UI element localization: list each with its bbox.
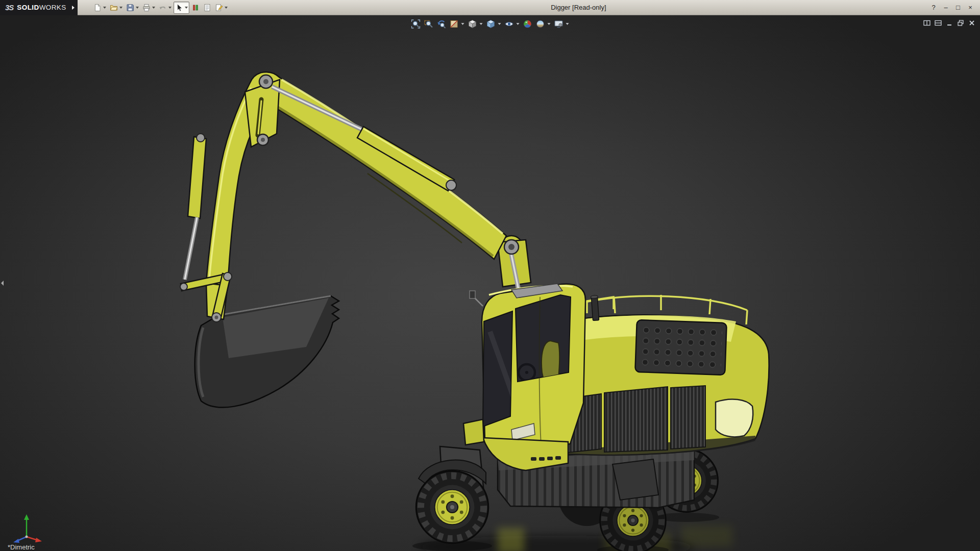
apply-scene-dropdown[interactable] xyxy=(548,23,551,25)
section-view-button[interactable] xyxy=(448,18,466,30)
engine-cover[interactable] xyxy=(635,320,726,375)
mirror xyxy=(470,291,475,298)
section-view-dropdown[interactable] xyxy=(461,23,464,25)
windshield xyxy=(483,311,512,427)
select-button[interactable] xyxy=(174,2,189,14)
print-dropdown[interactable] xyxy=(152,7,155,9)
zoom-to-area-icon xyxy=(424,19,433,29)
split-view-icon xyxy=(923,19,930,27)
panel-collapse-handle[interactable] xyxy=(0,275,5,291)
document-properties-icon xyxy=(203,4,211,12)
sketch-button[interactable] xyxy=(213,2,229,14)
minimize-icon xyxy=(946,19,953,27)
view-orientation-button[interactable] xyxy=(485,18,503,30)
zoom-to-fit-icon xyxy=(411,19,421,29)
solidworks-menu-button[interactable]: 3S SOLIDWORKS xyxy=(0,0,78,15)
save-dropdown[interactable] xyxy=(136,7,139,9)
dassault-logo-icon: 3S xyxy=(5,3,13,12)
boom-assembly[interactable] xyxy=(180,72,531,322)
titlebar: 3S SOLIDWORKS xyxy=(0,0,980,15)
open-button[interactable] xyxy=(108,2,124,14)
select-dropdown[interactable] xyxy=(185,7,188,9)
document-minimize-button[interactable] xyxy=(945,19,953,27)
excavator-model[interactable] xyxy=(0,15,980,551)
hide-show-items-icon xyxy=(505,19,514,29)
graphics-area[interactable]: *Dimetric xyxy=(0,15,980,551)
main-toolbar xyxy=(92,2,229,14)
edit-appearance-icon xyxy=(523,19,532,29)
new-document-button[interactable] xyxy=(92,2,108,14)
select-cursor-icon xyxy=(175,4,183,12)
engine-housing[interactable] xyxy=(564,295,769,456)
minimize-button[interactable]: – xyxy=(940,3,951,13)
undo-dropdown[interactable] xyxy=(168,7,172,9)
display-style-dropdown[interactable] xyxy=(480,23,483,25)
side-grilles xyxy=(564,386,705,453)
view-settings-button[interactable] xyxy=(553,18,571,30)
document-close-button[interactable] xyxy=(967,19,976,27)
bucket-cylinder[interactable] xyxy=(185,134,206,280)
undo-button[interactable] xyxy=(157,2,173,14)
previous-view-icon xyxy=(437,19,446,29)
print-icon xyxy=(142,4,151,12)
xpress-tools-icon xyxy=(191,4,200,12)
document-window-controls xyxy=(922,19,976,27)
document-title: Digger [Read-only] xyxy=(229,4,928,11)
front-bracket[interactable] xyxy=(463,419,484,445)
sketch-dropdown[interactable] xyxy=(225,7,228,9)
close-icon xyxy=(968,19,975,27)
zoom-to-area-button[interactable] xyxy=(423,18,435,30)
display-style-button[interactable] xyxy=(467,18,484,30)
view-settings-icon xyxy=(554,19,564,29)
view-orientation-dropdown[interactable] xyxy=(498,23,501,25)
open-icon xyxy=(110,4,118,12)
rear-panel-window xyxy=(716,399,753,437)
wheel-front-near[interactable] xyxy=(416,471,488,543)
window-controls: ? – □ × xyxy=(928,3,980,13)
document-properties-button[interactable] xyxy=(202,2,213,14)
section-view-icon xyxy=(450,19,459,29)
save-icon xyxy=(126,4,134,12)
tile-view-button[interactable] xyxy=(934,19,942,27)
help-button[interactable]: ? xyxy=(928,3,939,13)
tile-view-icon xyxy=(935,19,942,27)
hide-show-items-button[interactable] xyxy=(503,18,521,30)
edit-appearance-button[interactable] xyxy=(522,18,534,30)
menu-expand-icon xyxy=(72,6,75,10)
print-button[interactable] xyxy=(141,2,157,14)
new-document-icon xyxy=(93,4,102,12)
zoom-to-fit-button[interactable] xyxy=(410,18,422,30)
sketch-icon xyxy=(215,4,223,12)
display-style-icon xyxy=(468,19,477,29)
maximize-button[interactable]: □ xyxy=(952,3,964,13)
view-orientation-label: *Dimetric xyxy=(8,543,35,551)
xpress-tools-button[interactable] xyxy=(190,2,201,14)
orientation-triad xyxy=(6,507,46,544)
undo-icon xyxy=(159,4,167,12)
view-settings-dropdown[interactable] xyxy=(566,23,569,25)
document-restore-button[interactable] xyxy=(956,19,965,27)
apply-scene-button[interactable] xyxy=(534,18,552,30)
brand-name: SOLIDWORKS xyxy=(17,4,66,11)
save-button[interactable] xyxy=(125,2,140,14)
cab[interactable] xyxy=(470,284,585,452)
hide-show-items-dropdown[interactable] xyxy=(517,23,520,25)
new-document-dropdown[interactable] xyxy=(103,7,106,9)
open-dropdown[interactable] xyxy=(119,7,122,9)
stick-cylinder[interactable] xyxy=(272,87,456,191)
apply-scene-icon xyxy=(536,19,545,29)
previous-view-button[interactable] xyxy=(435,18,448,30)
restore-icon xyxy=(957,19,964,27)
split-view-button[interactable] xyxy=(922,19,931,27)
close-button[interactable]: × xyxy=(965,3,976,13)
heads-up-view-toolbar xyxy=(410,18,571,30)
view-orientation-icon xyxy=(486,19,496,29)
